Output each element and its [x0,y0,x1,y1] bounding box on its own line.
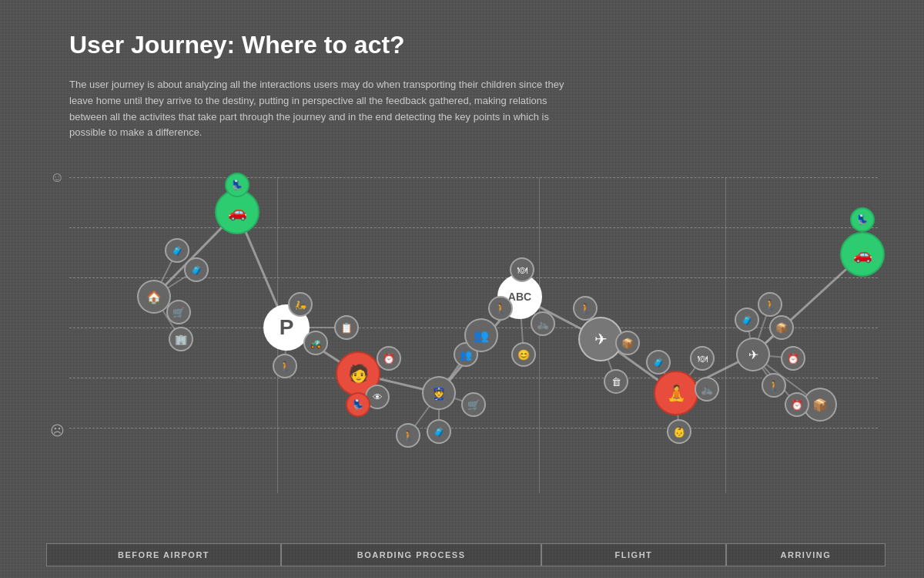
node-vehicle: 🚜 [303,331,328,355]
node-trash: 🗑 [604,369,628,394]
node-walker-arrive2: 🚶 [762,373,786,398]
node-home: 🏠 [137,280,171,314]
node-stroller1: 🛒 [166,300,191,324]
node-airplane-land: ✈ [736,338,770,371]
node-luggage4: 📦 [615,331,640,355]
node-food2: 🍽 [690,346,715,371]
y-icon-top: ☺ [50,170,64,186]
node-luggage1: 🧳 [165,238,189,263]
h-line-2 [69,227,878,228]
section-labels: BEFORE AIRPORT BOARDING PROCESS FLIGHT A… [46,543,886,566]
node-luggage-arrive2: 📦 [769,315,794,340]
section-arriving: ARRIVING [726,543,886,566]
chart-area: ☺ ☹ [46,177,886,493]
section-before-airport: BEFORE AIRPORT [46,543,281,566]
h-line-5 [69,378,878,378]
node-clock1: ⏰ [377,346,401,371]
node-taxi-arrive: 🚗 [840,232,885,277]
node-food1: 🍽 [510,257,534,282]
node-walker1: 🚶 [396,423,420,448]
page-title: User Journey: Where to act? [69,31,405,59]
section-flight: FLIGHT [541,543,726,566]
page-description: The user journey is about analyzing all … [69,77,570,141]
node-person-sit: 🧘 [654,371,698,415]
node-clock2: ⏰ [781,346,805,371]
node-luggage-arrive: 🧳 [735,307,759,332]
node-group2: 👥 [464,318,498,352]
node-walker3: 🚶 [573,296,598,321]
node-bike1: 🚲 [531,311,555,336]
node-luggage5: 🧳 [646,350,671,375]
node-luggage3: 🧳 [427,419,451,444]
divider-3 [725,177,726,493]
node-seat-before: 💺 [225,173,249,197]
node-police: 👮 [422,376,456,410]
node-seat-arrive: 💺 [850,207,875,232]
node-walker-arrive: 🚶 [758,292,782,317]
node-baby: 👶 [667,419,691,444]
node-hiker: 🚶 [273,354,297,378]
h-line-bottom [69,428,878,428]
section-boarding-process: BOARDING PROCESS [281,543,541,566]
node-clock3: ⏰ [785,392,809,417]
node-scooter: 🛵 [288,292,313,317]
node-building: 🏢 [169,327,193,351]
node-walker2: 🚶 [488,296,513,321]
node-counter: 📋 [334,315,359,340]
node-stroller2: 🛒 [461,392,486,417]
h-line-top [69,177,878,178]
node-bike2: 🚲 [695,377,719,402]
y-icon-bottom: ☹ [50,422,65,439]
node-child-seat: 💺 [346,392,370,417]
node-luggage2: 🧳 [184,257,209,282]
node-smiley: 😊 [511,342,536,367]
